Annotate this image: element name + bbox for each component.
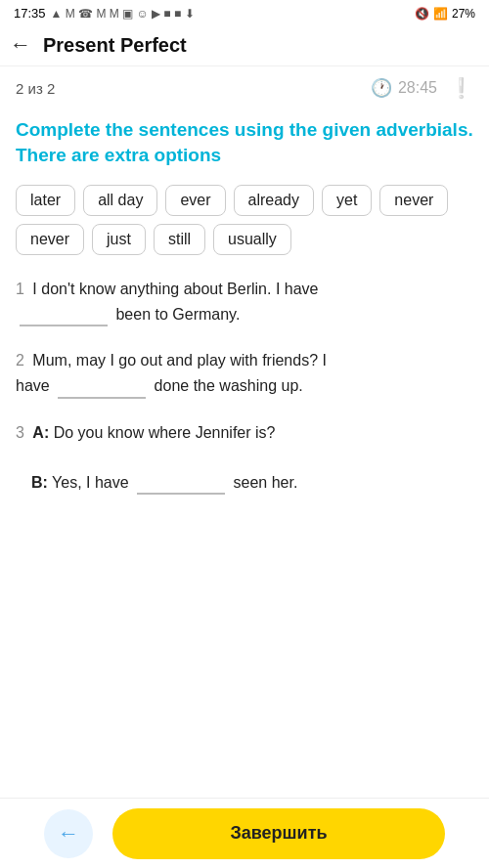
chip-yet[interactable]: yet [322, 185, 372, 216]
timer-area: 🕐 28:45 ❕ [371, 76, 473, 100]
questions-area: 1 I don't know anything about Berlin. I … [16, 277, 473, 495]
chip-usually[interactable]: usually [213, 224, 291, 255]
chip-ever[interactable]: ever [165, 185, 225, 216]
question-2-text-before: Mum, may I go out and play with friends?… [32, 352, 327, 369]
question-1-number: 1 [16, 281, 24, 297]
timer-value: 28:45 [398, 79, 437, 97]
question-2-blank[interactable] [58, 379, 146, 399]
battery-display: 27% [452, 7, 475, 21]
time-display: 17:35 [14, 6, 46, 21]
wifi-icon: 📶 [433, 7, 448, 21]
question-2-text-after: done the washing up. [155, 377, 303, 394]
bottom-bar: ← Завершить [0, 798, 489, 868]
mute-icon: 🔇 [415, 7, 429, 21]
bottom-back-icon: ← [58, 821, 79, 846]
back-button[interactable]: ← [10, 32, 31, 58]
complete-button[interactable]: Завершить [112, 808, 445, 859]
chip-never-1[interactable]: never [379, 185, 448, 216]
status-bar-right: 🔇 📶 27% [415, 7, 475, 21]
question-3-text-b-before: Yes, I have [52, 474, 129, 491]
chip-never-2[interactable]: never [16, 224, 84, 255]
question-3-blank[interactable] [137, 475, 225, 495]
clock-icon: 🕐 [371, 77, 392, 99]
main-content: Complete the sentences using the given a… [0, 108, 489, 592]
question-1-text-before: I don't know anything about Berlin. I ha… [32, 281, 318, 297]
signal-icons: ▲ M ☎ M M ▣ ☺ ▶ ■ ■ ⬇ [51, 7, 195, 21]
progress-text: 2 из 2 [16, 80, 55, 97]
status-bar: 17:35 ▲ M ☎ M M ▣ ☺ ▶ ■ ■ ⬇ 🔇 📶 27% [0, 0, 489, 24]
page-title: Present Perfect [43, 34, 187, 57]
chip-all-day[interactable]: all day [83, 185, 157, 216]
bottom-back-button[interactable]: ← [44, 809, 93, 858]
question-3-text-a: Do you know where Jennifer is? [54, 424, 276, 441]
question-1-text-after: been to Germany. [115, 306, 240, 323]
status-bar-left: 17:35 ▲ M ☎ M M ▣ ☺ ▶ ■ ■ ⬇ [14, 6, 195, 21]
chips-area: later all day ever already yet never nev… [16, 185, 473, 255]
progress-row: 2 из 2 🕐 28:45 ❕ [0, 66, 489, 108]
question-2: 2 Mum, may I go out and play with friend… [16, 348, 473, 398]
question-2-number: 2 [16, 352, 24, 369]
question-2-have: have [16, 377, 50, 394]
instruction-text: Complete the sentences using the given a… [16, 117, 473, 167]
alert-icon: ❕ [449, 76, 473, 100]
question-1: 1 I don't know anything about Berlin. I … [16, 277, 473, 326]
chip-later[interactable]: later [16, 185, 75, 216]
question-3-label-b: B: [31, 474, 48, 491]
chip-just[interactable]: just [92, 224, 146, 255]
question-3-number: 3 [16, 424, 24, 441]
question-1-blank[interactable] [20, 307, 108, 326]
chip-already[interactable]: already [234, 185, 314, 216]
question-3-text-b-after: seen her. [234, 474, 298, 491]
top-nav: ← Present Perfect [0, 24, 489, 66]
chip-still[interactable]: still [154, 224, 205, 255]
question-3: 3 A: Do you know where Jennifer is? B: Y… [16, 420, 473, 496]
question-3-label-a: A: [32, 424, 49, 441]
